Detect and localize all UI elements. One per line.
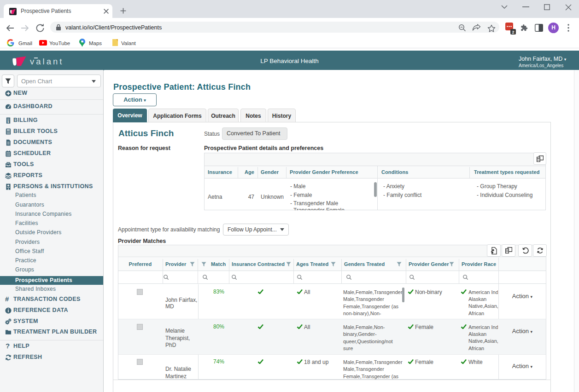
svg-text:2: 2 [512,30,514,35]
svg-text:$: $ [7,120,9,124]
